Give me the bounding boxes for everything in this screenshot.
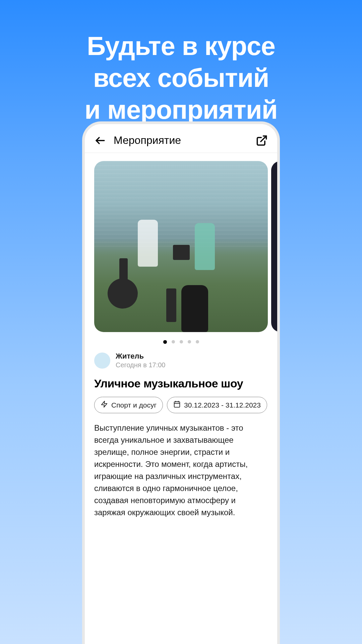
svg-line-1 bbox=[261, 136, 266, 142]
category-badge[interactable]: Спорт и досуг bbox=[94, 397, 163, 413]
image-figure bbox=[181, 285, 208, 332]
carousel-dot[interactable] bbox=[163, 340, 167, 344]
carousel-dot[interactable] bbox=[196, 340, 199, 343]
image-prop bbox=[166, 288, 176, 322]
author-info: Житель Сегодня в 17:00 bbox=[116, 352, 165, 369]
image-prop bbox=[173, 245, 190, 260]
event-description: Выступление уличных музыкантов - это все… bbox=[94, 422, 268, 519]
lightning-icon bbox=[101, 400, 108, 410]
header-left: Мероприятие bbox=[94, 134, 181, 147]
carousel-dot[interactable] bbox=[172, 340, 175, 343]
carousel-dot[interactable] bbox=[188, 340, 191, 343]
next-image-peek[interactable] bbox=[271, 161, 280, 332]
date-range-label: 30.12.2023 - 31.12.2023 bbox=[184, 401, 261, 409]
phone-frame: Мероприятие bbox=[82, 121, 280, 644]
carousel-dot[interactable] bbox=[180, 340, 183, 343]
content-area: Житель Сегодня в 17:00 Уличное музыкальн… bbox=[85, 153, 277, 519]
calendar-icon bbox=[173, 400, 181, 410]
back-arrow-icon[interactable] bbox=[94, 135, 106, 147]
app-header: Мероприятие bbox=[85, 134, 277, 153]
event-title: Уличное музыкальное шоу bbox=[94, 375, 268, 397]
author-row[interactable]: Житель Сегодня в 17:00 bbox=[94, 351, 268, 375]
date-badge[interactable]: 30.12.2023 - 31.12.2023 bbox=[167, 397, 267, 413]
author-name: Житель bbox=[116, 352, 165, 361]
svg-rect-3 bbox=[174, 402, 180, 408]
image-figure bbox=[138, 220, 158, 267]
external-link-icon[interactable] bbox=[256, 135, 268, 147]
page-title: Мероприятие bbox=[114, 134, 181, 147]
image-carousel[interactable] bbox=[94, 161, 268, 332]
category-label: Спорт и досуг bbox=[111, 401, 157, 409]
post-time: Сегодня в 17:00 bbox=[116, 361, 165, 369]
avatar[interactable] bbox=[94, 353, 110, 369]
promo-title-line2: всех событий bbox=[0, 62, 362, 94]
event-main-image[interactable] bbox=[94, 161, 268, 332]
phone-screen: Мероприятие bbox=[85, 124, 277, 644]
svg-marker-2 bbox=[102, 401, 107, 407]
image-prop bbox=[108, 278, 138, 309]
promo-title: Будьте в курсе всех событий и мероприяти… bbox=[0, 0, 362, 126]
promo-title-line1: Будьте в курсе bbox=[0, 30, 362, 62]
carousel-pagination bbox=[94, 332, 268, 351]
image-figure bbox=[195, 223, 215, 270]
badges-row: Спорт и досуг 30.12.2023 - 31.12.2023 bbox=[94, 397, 268, 422]
